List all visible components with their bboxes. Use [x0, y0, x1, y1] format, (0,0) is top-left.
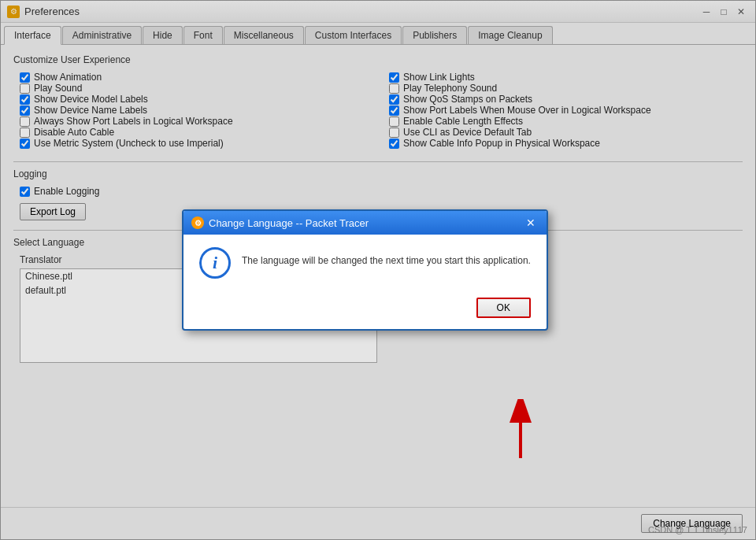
- modal-title-left: ⚙ Change Language -- Packet Tracer: [191, 216, 369, 229]
- ok-button[interactable]: OK: [476, 298, 531, 318]
- modal-overlay: ⚙ Change Language -- Packet Tracer ✕ i T…: [1, 1, 755, 539]
- modal-title-bar: ⚙ Change Language -- Packet Tracer ✕: [183, 211, 547, 235]
- modal-dialog: ⚙ Change Language -- Packet Tracer ✕ i T…: [182, 209, 548, 331]
- modal-message: The language will be changed the next ti…: [242, 253, 531, 268]
- modal-footer: OK: [183, 291, 547, 329]
- info-icon: i: [199, 247, 231, 279]
- modal-body: i The language will be changed the next …: [183, 235, 547, 291]
- modal-title-text: Change Language -- Packet Tracer: [209, 217, 369, 229]
- red-arrow: [497, 399, 544, 464]
- modal-app-icon: ⚙: [191, 216, 204, 229]
- main-window: ⚙ Preferences ─ □ ✕ Interface Administra…: [0, 0, 756, 540]
- modal-close-button[interactable]: ✕: [523, 215, 539, 231]
